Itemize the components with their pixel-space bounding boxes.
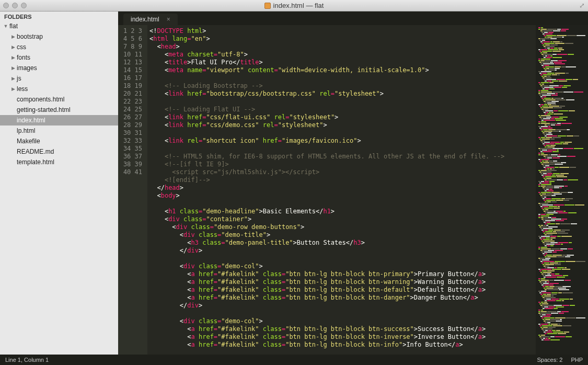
folder-bootstrap[interactable]: ▶bootstrap [0,31,118,42]
close-tab-icon[interactable]: × [167,16,170,23]
code-area[interactable]: <!DOCTYPE html><html lang="en"> <head> <… [147,25,536,355]
sidebar: FOLDERS ▼flat▶bootstrap▶css▶fonts▶images… [0,12,118,355]
folder-flat[interactable]: ▼flat [0,21,118,31]
status-spaces[interactable]: Spaces: 2 [537,357,562,363]
file-lp-html[interactable]: lp.html [0,126,118,136]
file-Makefile[interactable]: Makefile [0,136,118,146]
file-index-html[interactable]: index.html [0,115,118,126]
file-icon [264,3,271,9]
tab-label: index.html [131,16,159,23]
sidebar-heading: FOLDERS [0,12,118,21]
window-title-text: index.html — flat [273,2,324,9]
folder-css[interactable]: ▶css [0,42,118,52]
folder-images[interactable]: ▶images [0,63,118,73]
window-title: index.html — flat [0,2,588,9]
folder-js[interactable]: ▶js [0,73,118,84]
status-syntax[interactable]: PHP [571,357,583,363]
titlebar: index.html — flat ⤢ [0,0,588,12]
file-getting-started-html[interactable]: getting-started.html [0,105,118,115]
folder-fonts[interactable]: ▶fonts [0,52,118,63]
folder-less[interactable]: ▶less [0,84,118,94]
file-README-md[interactable]: README.md [0,146,118,157]
file-template-html[interactable]: template.html [0,157,118,167]
file-components-html[interactable]: components.html [0,94,118,105]
editor-area: index.html × 1 2 3 4 5 6 7 8 9 10 11 12 … [118,12,588,355]
status-cursor[interactable]: Line 1, Column 1 [5,357,49,363]
line-gutter[interactable]: 1 2 3 4 5 6 7 8 9 10 11 12 13 14 15 16 1… [118,25,147,355]
expand-icon[interactable]: ⤢ [579,2,585,9]
tab-strip: index.html × [118,12,588,25]
status-bar: Line 1, Column 1 Spaces: 2 PHP [0,355,588,365]
minimap[interactable] [536,25,588,355]
tab-index-html[interactable]: index.html × [123,14,178,25]
folder-tree[interactable]: ▼flat▶bootstrap▶css▶fonts▶images▶js▶less… [0,21,118,355]
